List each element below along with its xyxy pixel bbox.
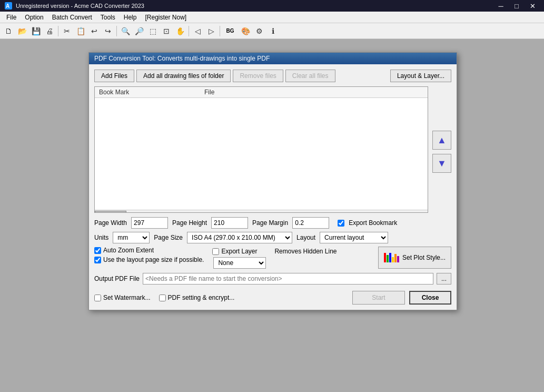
units-select[interactable]: mm inch xyxy=(113,232,150,243)
toolbar-save[interactable]: 💾 xyxy=(29,25,42,37)
close-dialog-button[interactable]: Close xyxy=(409,291,451,305)
file-list-section: Book Mark File ▲ ▼ xyxy=(94,86,451,217)
col-bookmark: Book Mark xyxy=(99,89,204,96)
toolbar-info[interactable]: ℹ xyxy=(266,25,279,37)
col-file: File xyxy=(204,89,214,96)
toolbar-print[interactable]: 🖨 xyxy=(43,25,56,37)
toolbar-icon1[interactable]: 🎨 xyxy=(239,25,252,37)
dialog-action-buttons: Start Close xyxy=(352,291,451,305)
options-row: Auto Zoom Extent Use the layout page siz… xyxy=(94,247,451,269)
menu-tools[interactable]: Tools xyxy=(96,12,120,23)
page-width-input[interactable] xyxy=(131,217,168,229)
watermark-checkbox[interactable] xyxy=(94,295,101,301)
horizontal-scrollbar[interactable] xyxy=(95,210,428,213)
file-list-header: Book Mark File xyxy=(95,87,428,98)
file-action-buttons: Add Files Add all drawing files of folde… xyxy=(94,70,451,82)
file-list-body[interactable] xyxy=(95,98,428,210)
bottom-row: Set Watermark... PDF setting & encrypt..… xyxy=(94,289,451,305)
start-button[interactable]: Start xyxy=(352,291,405,305)
export-layer-checkbox[interactable] xyxy=(212,248,219,255)
output-label: Output PDF File xyxy=(94,275,140,282)
toolbar-zoom-next[interactable]: ▷ xyxy=(205,25,217,37)
window-title: Unregistered version - Acme CAD Converte… xyxy=(16,3,144,9)
pdf-conversion-dialog: PDF Conversion Tool: Converts multi-draw… xyxy=(88,52,457,310)
page-height-input[interactable] xyxy=(211,217,248,229)
menu-help[interactable]: Help xyxy=(120,12,141,23)
page-margin-input[interactable] xyxy=(292,217,329,229)
page-margin-label: Page Margin xyxy=(252,219,288,227)
move-down-button[interactable]: ▼ xyxy=(432,154,451,173)
toolbar-zoom-prev[interactable]: ◁ xyxy=(191,25,204,37)
export-bookmark-label: Export Bookmark xyxy=(349,219,397,227)
export-bookmark-checkbox[interactable] xyxy=(338,220,344,227)
removes-hidden-section: Removes Hidden Line xyxy=(274,247,337,255)
units-layout-row: Units mm inch Page Size ISO A4 (297.00 x… xyxy=(94,232,451,243)
toolbar-copy[interactable]: 📋 xyxy=(74,25,87,37)
toolbar-bg[interactable]: BG xyxy=(222,25,238,37)
toolbar-icon2[interactable]: ⚙ xyxy=(253,25,265,37)
export-layer-label[interactable]: Export Layer xyxy=(212,248,266,255)
layout-label: Layout xyxy=(296,234,315,241)
toolbar-separator-4 xyxy=(220,26,220,36)
toolbar-new[interactable]: 🗋 xyxy=(2,25,15,37)
pdf-setting-checkbox[interactable] xyxy=(159,295,166,301)
set-plot-style-button[interactable]: Set Plot Style... xyxy=(378,247,451,269)
use-layout-checkbox[interactable] xyxy=(94,257,101,263)
dialog-title-text: PDF Conversion Tool: Converts multi-draw… xyxy=(94,55,270,62)
layout-layer-button[interactable]: Layout & Layer... xyxy=(390,70,451,82)
toolbar-separator-2 xyxy=(116,26,117,36)
toolbar-zoom-out[interactable]: 🔎 xyxy=(133,25,145,37)
removes-hidden-label: Removes Hidden Line xyxy=(274,248,337,255)
move-up-button[interactable]: ▲ xyxy=(432,131,451,150)
toolbar: 🗋 📂 💾 🖨 ✂ 📋 ↩ ↪ 🔍 🔎 ⬚ ⊡ ✋ ◁ ▷ BG 🎨 ⚙ ℹ xyxy=(0,23,544,39)
toolbar-undo[interactable]: ↩ xyxy=(88,25,101,37)
toolbar-pan[interactable]: ✋ xyxy=(174,25,186,37)
toolbar-zoom-window[interactable]: ⬚ xyxy=(146,25,159,37)
output-path-input[interactable] xyxy=(143,273,433,285)
toolbar-zoom-extent[interactable]: ⊡ xyxy=(160,25,173,37)
toolbar-open[interactable]: 📂 xyxy=(16,25,28,37)
minimize-button[interactable]: ─ xyxy=(493,0,508,12)
menu-file[interactable]: File xyxy=(2,12,21,23)
page-size-select[interactable]: ISO A4 (297.00 x 210.00 MM) ISO A3 Lette… xyxy=(187,232,292,243)
menu-option[interactable]: Option xyxy=(21,12,47,23)
svg-text:A: A xyxy=(6,3,9,9)
watermark-label: Set Watermark... xyxy=(103,294,151,301)
set-plot-style-label: Set Plot Style... xyxy=(402,254,446,261)
menu-batch-convert[interactable]: Batch Convert xyxy=(48,12,96,23)
close-window-button[interactable]: ✕ xyxy=(525,0,540,12)
toolbar-separator-1 xyxy=(58,26,58,36)
toolbar-zoom-in[interactable]: 🔍 xyxy=(119,25,132,37)
title-bar: A Unregistered version - Acme CAD Conver… xyxy=(0,0,544,12)
toolbar-separator-3 xyxy=(189,26,189,36)
page-height-label: Page Height xyxy=(172,219,207,227)
add-folder-button[interactable]: Add all drawing files of folder xyxy=(136,70,231,82)
menu-register[interactable]: [Register Now] xyxy=(141,12,191,23)
page-width-label: Page Width xyxy=(94,219,127,227)
main-area: PDF Conversion Tool: Converts multi-draw… xyxy=(0,39,544,392)
layout-select[interactable]: Current layout Model All layouts xyxy=(320,232,388,243)
dialog-title-bar: PDF Conversion Tool: Converts multi-draw… xyxy=(89,53,457,64)
auto-zoom-label[interactable]: Auto Zoom Extent xyxy=(94,247,204,254)
checkbox-group: Auto Zoom Extent Use the layout page siz… xyxy=(94,247,204,263)
dialog-content: Add Files Add all drawing files of folde… xyxy=(89,64,457,310)
toolbar-cut[interactable]: ✂ xyxy=(61,25,73,37)
remove-files-button[interactable]: Remove files xyxy=(233,70,283,82)
plot-style-section: Set Plot Style... xyxy=(378,247,451,269)
hidden-line-select[interactable]: None Type 1 Type 2 xyxy=(213,257,266,269)
clear-files-button[interactable]: Clear all files xyxy=(285,70,335,82)
color-bars-icon xyxy=(384,253,399,262)
scrollbar-thumb[interactable] xyxy=(95,211,126,213)
pdf-setting-checkbox-label[interactable]: PDF setting & encrypt... xyxy=(159,294,235,301)
watermark-checkbox-label[interactable]: Set Watermark... xyxy=(94,294,151,301)
maximize-button[interactable]: □ xyxy=(509,0,524,12)
export-layer-group: Export Layer None Type 1 Type 2 xyxy=(212,247,266,269)
browse-button[interactable]: ... xyxy=(437,273,451,285)
file-list[interactable]: Book Mark File xyxy=(94,86,428,213)
toolbar-redo[interactable]: ↪ xyxy=(102,25,114,37)
output-row: Output PDF File ... xyxy=(94,273,451,285)
auto-zoom-checkbox[interactable] xyxy=(94,247,101,254)
use-layout-label[interactable]: Use the layout page size if possible. xyxy=(94,256,204,263)
add-files-button[interactable]: Add Files xyxy=(94,70,134,82)
units-label: Units xyxy=(94,234,108,241)
